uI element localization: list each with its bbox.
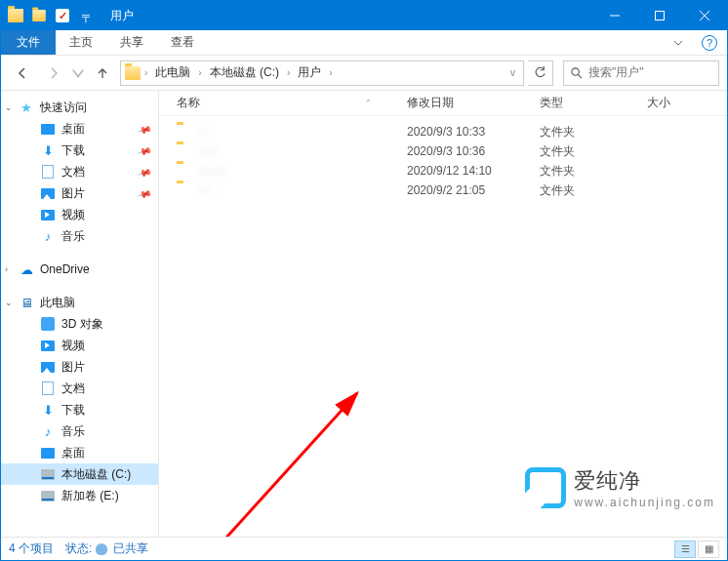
forward-button[interactable] <box>40 60 67 87</box>
minimize-button[interactable] <box>592 1 637 30</box>
tab-share[interactable]: 共享 <box>106 30 157 55</box>
sidebar-item-desktop[interactable]: 桌面📌 <box>1 118 158 140</box>
pictures-icon <box>40 359 56 375</box>
navigation-pane: ⌄ ★ 快速访问 桌面📌 ⬇下载📌 文档📌 图片📌 视频 ♪音乐 › ☁ One… <box>1 91 159 537</box>
address-bar[interactable]: › 此电脑 › 本地磁盘 (C:) › 用户 › v <box>120 60 524 86</box>
document-icon <box>40 164 56 180</box>
expand-ribbon-icon[interactable] <box>665 30 692 55</box>
sidebar-item-music[interactable]: ♪音乐 <box>1 225 158 247</box>
maximize-button[interactable] <box>637 1 682 30</box>
list-item[interactable]: ···· 2020/9/2 21:05 文件夹 <box>159 180 727 200</box>
properties-icon[interactable] <box>28 5 50 26</box>
col-size[interactable]: 大小 <box>639 95 717 111</box>
svg-point-4 <box>572 68 579 75</box>
window-controls <box>592 1 727 30</box>
ribbon: 文件 主页 共享 查看 ? <box>1 30 727 56</box>
folder-icon <box>177 144 192 158</box>
address-dropdown-icon[interactable]: v <box>505 61 521 85</box>
close-button[interactable] <box>682 1 727 30</box>
col-date[interactable]: 修改日期 <box>399 95 532 111</box>
back-button[interactable] <box>9 60 36 87</box>
pin-icon: 📌 <box>137 185 152 201</box>
title-bar: ✓ ╤ 用户 <box>1 1 727 30</box>
list-item[interactable]: ··· 2020/9/3 10:33 文件夹 <box>159 122 727 141</box>
recent-dropdown-icon[interactable] <box>71 60 85 87</box>
col-type[interactable]: 类型 <box>532 95 639 111</box>
pictures-icon <box>40 185 56 201</box>
chevron-right-icon[interactable]: › <box>142 67 149 78</box>
onedrive[interactable]: › ☁ OneDrive <box>1 259 158 280</box>
chevron-right-icon[interactable]: › <box>285 67 292 78</box>
breadcrumb-segment[interactable]: 用户 <box>292 61 327 85</box>
check-icon[interactable]: ✓ <box>52 5 73 26</box>
explorer-window: ✓ ╤ 用户 文件 主页 共享 查看 ? › 此电脑 › 本地磁盘 (C:) › <box>0 0 728 561</box>
pin-icon: 📌 <box>137 121 152 137</box>
sidebar-item-documents[interactable]: 文档📌 <box>1 161 158 182</box>
pc-icon: 🖥 <box>19 295 34 310</box>
document-icon <box>40 381 56 396</box>
chevron-down-icon[interactable]: ⌄ <box>5 102 13 112</box>
sidebar-item-videos[interactable]: 视频 <box>1 335 158 356</box>
desktop-icon <box>40 121 56 137</box>
disk-icon <box>40 488 56 503</box>
quick-access-label: 快速访问 <box>40 100 87 116</box>
star-icon: ★ <box>19 100 34 115</box>
sidebar-item-documents[interactable]: 文档 <box>1 378 158 399</box>
details-view-button[interactable]: ☰ <box>674 541 696 558</box>
content-area: 名称⌃ 修改日期 类型 大小 ··· 2020/9/3 10:33 文件夹 ··… <box>159 91 727 537</box>
music-icon: ♪ <box>40 228 56 244</box>
svg-rect-1 <box>656 12 665 20</box>
sidebar-item-pictures[interactable]: 图片 <box>1 356 158 378</box>
disk-icon <box>40 466 56 482</box>
status-state: 状态: 已共享 <box>65 541 148 557</box>
chevron-right-icon[interactable]: › <box>196 67 203 78</box>
tab-view[interactable]: 查看 <box>157 30 208 55</box>
list-item[interactable]: ········· 2020/9/12 14:10 文件夹 <box>159 161 727 180</box>
sidebar-item-disk-e[interactable]: 新加卷 (E:) <box>1 485 158 506</box>
folder-icon <box>177 164 192 178</box>
search-box[interactable]: 搜索"用户" <box>563 60 719 86</box>
3d-icon <box>40 316 56 332</box>
watermark: 爱纯净 www.aichunjing.com <box>525 466 715 509</box>
view-switcher: ☰ ▦ <box>674 541 719 558</box>
help-icon[interactable]: ? <box>702 35 717 51</box>
sidebar-item-pictures[interactable]: 图片📌 <box>1 182 158 204</box>
icons-view-button[interactable]: ▦ <box>698 541 719 558</box>
item-count: 4 个项目 <box>9 541 54 557</box>
this-pc[interactable]: ⌄ 🖥 此电脑 <box>1 292 158 313</box>
sidebar-item-downloads[interactable]: ⬇下载 <box>1 399 158 421</box>
sort-indicator-icon: ⌃ <box>365 99 372 107</box>
file-tab[interactable]: 文件 <box>1 30 56 55</box>
watermark-brand: 爱纯净 <box>574 466 715 496</box>
sidebar-item-3d[interactable]: 3D 对象 <box>1 313 158 335</box>
tab-home[interactable]: 主页 <box>56 30 106 55</box>
list-item[interactable]: ······ 2020/9/3 10:36 文件夹 <box>159 141 727 161</box>
col-name[interactable]: 名称⌃ <box>169 95 399 111</box>
search-icon <box>570 66 583 79</box>
desktop-icon <box>40 445 56 461</box>
svg-line-5 <box>578 74 582 78</box>
shared-icon <box>96 543 107 555</box>
sidebar-item-desktop[interactable]: 桌面 <box>1 442 158 463</box>
body: ⌄ ★ 快速访问 桌面📌 ⬇下载📌 文档📌 图片📌 视频 ♪音乐 › ☁ One… <box>1 91 727 537</box>
folder-icon <box>177 183 192 197</box>
window-title: 用户 <box>110 8 592 24</box>
sidebar-item-disk-c[interactable]: 本地磁盘 (C:) <box>1 463 158 485</box>
breadcrumb-segment[interactable]: 本地磁盘 (C:) <box>204 61 285 85</box>
folder-icon <box>125 66 141 80</box>
search-placeholder: 搜索"用户" <box>588 64 644 81</box>
qat-dropdown-icon[interactable]: ╤ <box>75 5 97 26</box>
video-icon <box>40 207 56 222</box>
sidebar-item-downloads[interactable]: ⬇下载📌 <box>1 140 158 161</box>
sidebar-item-music[interactable]: ♪音乐 <box>1 421 158 442</box>
up-button[interactable] <box>89 60 116 87</box>
chevron-right-icon[interactable]: › <box>327 67 334 78</box>
sidebar-item-videos[interactable]: 视频 <box>1 204 158 225</box>
download-icon: ⬇ <box>40 402 56 418</box>
refresh-button[interactable] <box>528 60 553 86</box>
download-icon: ⬇ <box>40 142 56 158</box>
chevron-down-icon[interactable]: ⌄ <box>5 298 13 307</box>
quick-access[interactable]: ⌄ ★ 快速访问 <box>1 97 158 118</box>
chevron-right-icon[interactable]: › <box>5 264 8 274</box>
breadcrumb-segment[interactable]: 此电脑 <box>149 61 196 85</box>
